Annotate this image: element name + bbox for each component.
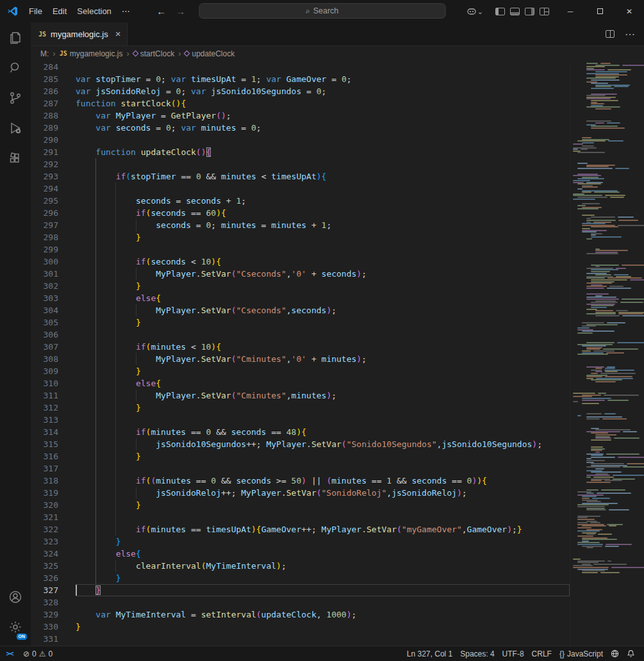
code-line[interactable] xyxy=(76,61,570,73)
line-number[interactable]: 299 xyxy=(31,243,58,256)
line-number[interactable]: 318 xyxy=(31,475,58,487)
forward-button[interactable]: → xyxy=(172,4,189,19)
line-number[interactable]: 314 xyxy=(31,426,58,438)
menu-selection[interactable]: Selection xyxy=(72,4,116,18)
code-line[interactable]: } xyxy=(76,280,570,292)
line-number[interactable]: 308 xyxy=(31,353,58,365)
code-line[interactable]: if(minutes == 0 && seconds == 48){ xyxy=(76,426,570,438)
line-number[interactable]: 311 xyxy=(31,389,58,402)
menu-edit[interactable]: Edit xyxy=(47,4,72,18)
code-line[interactable]: else{ xyxy=(76,377,570,389)
split-editor-icon[interactable] xyxy=(606,30,615,38)
toggle-secondary-sidebar-icon[interactable] xyxy=(525,8,534,15)
line-number[interactable]: 298 xyxy=(31,231,58,243)
code-line[interactable]: var stopTimer = 0; var timesUpAt = 1; va… xyxy=(76,73,570,85)
line-number[interactable]: 302 xyxy=(31,280,58,292)
code-line[interactable]: else{ xyxy=(76,548,570,560)
back-button[interactable]: ← xyxy=(153,4,170,19)
code-line[interactable] xyxy=(76,183,570,195)
line-number[interactable]: 289 xyxy=(31,122,58,134)
line-number[interactable]: 303 xyxy=(31,292,58,304)
line-number[interactable]: 310 xyxy=(31,377,58,389)
code-line[interactable]: } xyxy=(76,499,570,511)
line-number[interactable]: 293 xyxy=(31,170,58,183)
code-line[interactable]: if((minutes == 0 && seconds >= 50) || (m… xyxy=(76,475,570,487)
line-number[interactable]: 320 xyxy=(31,499,58,511)
line-number[interactable]: 326 xyxy=(31,572,58,584)
problems-status[interactable]: ⊘ 0 ⚠ 0 xyxy=(19,646,56,661)
command-center-search[interactable]: ⌕ Search xyxy=(199,3,445,19)
indentation-status[interactable]: Spaces: 4 xyxy=(456,649,498,658)
code-line[interactable]: function startClock(){ xyxy=(76,97,570,110)
line-number[interactable]: 304 xyxy=(31,304,58,316)
code-line[interactable]: MyPlayer.SetVar("Cseconds",seconds); xyxy=(76,304,570,316)
menu-file[interactable]: File xyxy=(24,4,47,18)
line-number[interactable]: 312 xyxy=(31,402,58,414)
line-number[interactable]: 284 xyxy=(31,61,58,73)
line-number[interactable]: 331 xyxy=(31,633,58,645)
line-number[interactable]: 295 xyxy=(31,195,58,207)
line-number[interactable]: 329 xyxy=(31,608,58,621)
code-line[interactable] xyxy=(76,633,570,645)
browser-icon[interactable] xyxy=(607,649,623,658)
maximize-button[interactable] xyxy=(585,0,615,22)
code-line[interactable] xyxy=(76,243,570,256)
tab-mygamelogic[interactable]: JS mygamelogic.js × xyxy=(31,22,128,45)
code-line[interactable]: } xyxy=(76,535,570,548)
line-number[interactable]: 319 xyxy=(31,487,58,499)
line-number[interactable]: 296 xyxy=(31,207,58,219)
eol-status[interactable]: CRLF xyxy=(528,649,556,658)
customize-layout-icon[interactable] xyxy=(540,8,549,15)
code-line[interactable]: seconds = 0; minutes = minutes + 1; xyxy=(76,219,570,231)
code-line[interactable]: MyPlayer.SetVar("Cminutes",minutes); xyxy=(76,389,570,402)
line-number[interactable]: 292 xyxy=(31,158,58,170)
code-line[interactable]: } xyxy=(76,450,570,462)
menu-overflow-button[interactable]: ⋯ xyxy=(117,4,135,18)
code-line[interactable]: MyPlayer.SetVar("Cminutes",'0' + minutes… xyxy=(76,353,570,365)
notifications-bell-icon[interactable] xyxy=(623,649,639,658)
code-line[interactable]: } xyxy=(76,621,570,633)
code-area[interactable]: var stopTimer = 0; var timesUpAt = 1; va… xyxy=(76,61,570,646)
code-line[interactable] xyxy=(76,329,570,341)
line-number[interactable]: 288 xyxy=(31,110,58,122)
line-number[interactable]: 324 xyxy=(31,548,58,560)
code-line[interactable]: } xyxy=(76,584,570,596)
line-number[interactable]: 325 xyxy=(31,560,58,572)
code-editor[interactable]: 2842852862872882892902912922932942952962… xyxy=(31,61,644,646)
settings-gear-icon[interactable]: ON xyxy=(0,612,31,642)
source-control-icon[interactable] xyxy=(0,83,31,113)
run-debug-icon[interactable] xyxy=(0,113,31,143)
code-line[interactable]: seconds = seconds + 1; xyxy=(76,195,570,207)
code-line[interactable]: var seconds = 0; var minutes = 0; xyxy=(76,122,570,134)
code-line[interactable]: } xyxy=(76,231,570,243)
code-line[interactable]: clearInterval(MyTimeInterval); xyxy=(76,560,570,572)
code-line[interactable]: else{ xyxy=(76,292,570,304)
line-number[interactable]: 313 xyxy=(31,414,58,426)
line-number[interactable]: 322 xyxy=(31,523,58,535)
line-number[interactable]: 286 xyxy=(31,85,58,97)
line-number[interactable]: 327 xyxy=(31,584,58,596)
code-line[interactable]: if(minutes == timesUpAt){GameOver++; MyP… xyxy=(76,523,570,535)
toggle-panel-icon[interactable] xyxy=(510,8,520,15)
code-line[interactable] xyxy=(76,596,570,608)
line-number[interactable]: 291 xyxy=(31,146,58,158)
code-line[interactable]: var jsSonidoReloj = 0; var jsSonido10Seg… xyxy=(76,85,570,97)
code-line[interactable]: if(minutes < 10){ xyxy=(76,341,570,353)
code-line[interactable] xyxy=(76,158,570,170)
search-sidebar-icon[interactable] xyxy=(0,53,31,83)
code-line[interactable]: if(seconds == 60){ xyxy=(76,207,570,219)
line-number[interactable]: 328 xyxy=(31,596,58,608)
code-line[interactable]: } xyxy=(76,402,570,414)
tab-close-icon[interactable]: × xyxy=(115,30,121,38)
breadcrumb-symbol-startclock[interactable]: startClock xyxy=(133,49,174,58)
language-mode-status[interactable]: {} JavaScript xyxy=(556,649,607,658)
code-line[interactable]: if(stopTimer == 0 && minutes < timesUpAt… xyxy=(76,170,570,183)
account-icon[interactable] xyxy=(0,582,31,612)
code-line[interactable] xyxy=(76,414,570,426)
encoding-status[interactable]: UTF-8 xyxy=(499,649,528,658)
code-line[interactable]: } xyxy=(76,316,570,329)
code-line[interactable] xyxy=(76,462,570,475)
line-number[interactable]: 287 xyxy=(31,97,58,110)
code-line[interactable] xyxy=(76,511,570,523)
line-number[interactable]: 290 xyxy=(31,134,58,146)
